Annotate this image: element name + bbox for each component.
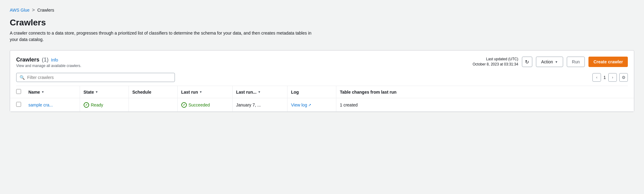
th-tablechanges: Table changes from last run	[336, 86, 634, 98]
card-count: (1)	[42, 57, 49, 63]
run-label: Run	[572, 59, 580, 64]
card-title-row: Crawlers (1) Info	[16, 57, 81, 63]
card-header: Crawlers (1) Info View and manage all av…	[16, 57, 628, 68]
td-name: sample cra...	[25, 98, 80, 112]
info-link[interactable]: Info	[51, 58, 58, 62]
action-button[interactable]: Action ▼	[536, 57, 563, 67]
view-log-link[interactable]: View log	[291, 103, 307, 107]
th-log-label: Log	[291, 90, 299, 95]
last-updated-value: October 8, 2023 at 03:31:34	[473, 62, 518, 67]
crawlers-table: Name ▼ State ▼ Schedule	[10, 86, 634, 112]
status-ready-label: Ready	[91, 103, 103, 107]
table-header: Name ▼ State ▼ Schedule	[10, 86, 634, 98]
td-state: ✓ Ready	[80, 98, 128, 112]
lastrundot-value: January 7, ...	[236, 103, 261, 107]
external-link-icon: ➚	[308, 103, 311, 107]
th-log: Log	[287, 86, 336, 98]
select-all-checkbox[interactable]	[16, 89, 21, 94]
th-state-label: State	[84, 90, 94, 95]
tablechanges-value: 1 created	[340, 103, 358, 107]
td-lastrun: ✓ Succeeded	[177, 98, 232, 112]
gear-icon: ⚙	[622, 75, 626, 80]
search-input[interactable]	[27, 75, 172, 80]
crawlers-card: Crawlers (1) Info View and manage all av…	[10, 50, 634, 112]
chevron-down-icon: ▼	[555, 60, 558, 64]
last-updated-section: Last updated (UTC) October 8, 2023 at 03…	[473, 57, 518, 67]
th-lastrun: Last run ▼	[177, 86, 232, 98]
table-header-row: Name ▼ State ▼ Schedule	[10, 86, 634, 98]
refresh-button[interactable]: ↻	[522, 57, 532, 67]
crawler-name-link[interactable]: sample cra...	[28, 103, 53, 107]
th-state: State ▼	[80, 86, 128, 98]
th-lastrun-sortable[interactable]: Last run ▼	[181, 90, 229, 95]
page-number: 1	[603, 75, 606, 80]
th-checkbox	[10, 86, 25, 98]
search-icon: 🔍	[20, 75, 25, 80]
create-crawler-button[interactable]: Create crawler	[588, 57, 628, 67]
th-name-sortable[interactable]: Name ▼	[28, 90, 76, 95]
td-tablechanges: 1 created	[336, 98, 634, 112]
td-lastrundot: January 7, ...	[232, 98, 287, 112]
next-page-button[interactable]: ›	[608, 73, 617, 82]
th-lastrun-label: Last run	[181, 90, 198, 95]
succeeded-status-icon: ✓	[181, 102, 187, 108]
th-schedule-label: Schedule	[132, 90, 151, 95]
action-label: Action	[541, 59, 553, 64]
th-name: Name ▼	[25, 86, 80, 98]
sort-icon-lastrundot: ▼	[258, 90, 261, 94]
table-body: sample cra... ✓ Ready ✓ Su	[10, 98, 634, 112]
ready-status-icon: ✓	[84, 102, 89, 108]
th-tablechanges-label: Table changes from last run	[340, 90, 397, 95]
td-schedule	[128, 98, 177, 112]
breadcrumb: AWS Glue > Crawlers	[10, 7, 634, 13]
status-succeeded: ✓ Succeeded	[181, 102, 229, 108]
breadcrumb-separator: >	[32, 7, 35, 13]
card-subtitle: View and manage all available crawlers.	[16, 64, 81, 68]
row-checkbox[interactable]	[16, 102, 21, 107]
create-label: Create crawler	[593, 59, 623, 64]
status-ready: ✓ Ready	[84, 102, 125, 108]
card-title: Crawlers	[16, 57, 39, 63]
prev-page-button[interactable]: ‹	[592, 73, 601, 82]
sort-icon-name: ▼	[41, 90, 44, 94]
card-actions: Last updated (UTC) October 8, 2023 at 03…	[473, 57, 628, 67]
th-name-label: Name	[28, 90, 40, 95]
sort-icon-state: ▼	[95, 90, 98, 94]
run-button[interactable]: Run	[567, 57, 585, 67]
th-lastrundot: Last run... ▼	[232, 86, 287, 98]
td-checkbox	[10, 98, 25, 112]
th-schedule: Schedule	[128, 86, 177, 98]
lastrun-status-label: Succeeded	[189, 103, 210, 107]
page-title: Crawlers	[10, 18, 634, 28]
view-log-cell: View log ➚	[291, 103, 332, 107]
table-row: sample cra... ✓ Ready ✓ Su	[10, 98, 634, 112]
chevron-left-icon: ‹	[596, 75, 597, 80]
crawlers-table-wrapper: Name ▼ State ▼ Schedule	[10, 86, 634, 112]
th-lastrundot-label: Last run...	[236, 90, 257, 95]
search-row: 🔍 ‹ 1 › ⚙	[16, 73, 628, 86]
card-title-section: Crawlers (1) Info View and manage all av…	[16, 57, 81, 68]
td-log: View log ➚	[287, 98, 336, 112]
search-box[interactable]: 🔍	[16, 73, 175, 82]
chevron-right-icon: ›	[612, 75, 613, 80]
pagination-controls: ‹ 1 › ⚙	[592, 73, 628, 82]
last-updated-label: Last updated (UTC)	[473, 57, 518, 62]
refresh-icon: ↻	[525, 59, 529, 65]
breadcrumb-current: Crawlers	[37, 8, 54, 13]
page-description: A crawler connects to a data store, prog…	[10, 30, 315, 43]
breadcrumb-parent-link[interactable]: AWS Glue	[10, 8, 30, 13]
th-state-sortable[interactable]: State ▼	[84, 90, 125, 95]
sort-icon-lastrun: ▼	[199, 90, 202, 94]
settings-button[interactable]: ⚙	[619, 73, 628, 82]
th-lastrundot-sortable[interactable]: Last run... ▼	[236, 90, 284, 95]
